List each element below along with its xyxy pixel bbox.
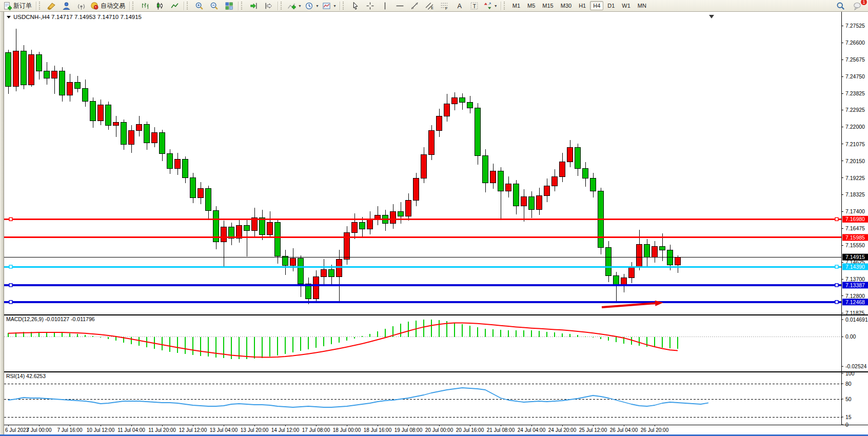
periods-button[interactable]: ▼ (303, 0, 321, 11)
svg-text:11 Jul 20:00: 11 Jul 20:00 (148, 427, 176, 433)
fibonacci-button-icon: F (440, 2, 449, 10)
timeframe-button-m15[interactable]: M15 (539, 1, 556, 10)
price-badge-7.15985: 7.15985 (842, 234, 868, 241)
toolbar-grip (187, 2, 190, 10)
svg-text:7.17400: 7.17400 (845, 208, 865, 214)
tile-windows-button[interactable] (222, 0, 236, 11)
svg-text:24 Jul 04:00: 24 Jul 04:00 (518, 427, 546, 433)
horizontal-line-button-icon (396, 2, 404, 10)
chart-shift-button[interactable] (261, 0, 276, 11)
toolbar-separator (129, 2, 130, 10)
toolbar-separator (184, 2, 184, 10)
timeframe-button-h1[interactable]: H1 (576, 1, 589, 10)
new-order-button[interactable]: 新订单 (2, 0, 34, 11)
svg-text:7.20150: 7.20150 (845, 158, 865, 164)
auto-scroll-button[interactable] (246, 0, 261, 11)
svg-text:26 Jul 20:00: 26 Jul 20:00 (641, 427, 669, 433)
line-handle[interactable] (835, 217, 838, 221)
notifications-button[interactable]: 1 (850, 0, 865, 11)
svg-text:10 Jul 12:00: 10 Jul 12:00 (87, 427, 115, 433)
search-button[interactable] (833, 0, 848, 11)
arrows-button-icon (483, 2, 492, 10)
zoom-out-button[interactable] (207, 0, 222, 11)
toolbar-separator (238, 2, 239, 10)
timeframe-button-m1[interactable]: M1 (509, 1, 523, 10)
community-button[interactable] (59, 0, 74, 11)
chart-area[interactable]: 7.275257.266007.256757.247507.238257.229… (4, 12, 868, 434)
svg-text:18 Jul 16:00: 18 Jul 16:00 (364, 427, 392, 433)
timeframe-button-w1[interactable]: W1 (619, 1, 634, 10)
timeframe-button-d1[interactable]: D1 (604, 1, 618, 10)
horizontal-line-button[interactable] (392, 0, 407, 11)
line-handle[interactable] (835, 284, 838, 287)
styles-button[interactable] (44, 0, 59, 11)
text-label-button-icon: T (470, 2, 479, 10)
timeframe-button-m5[interactable]: M5 (524, 1, 538, 10)
svg-text:T: T (472, 3, 476, 9)
text-button-icon: A (455, 2, 464, 10)
svg-text:20 Jul 16:00: 20 Jul 16:00 (456, 427, 484, 433)
toolbar-grip (241, 2, 244, 10)
timeframe-button-h4[interactable]: H4 (590, 1, 603, 10)
vertical-line-button[interactable] (378, 0, 392, 11)
text-button[interactable]: A (452, 0, 467, 11)
notification-badge: 1 (860, 0, 867, 6)
line-handle[interactable] (9, 284, 12, 287)
svg-text:7.13387: 7.13387 (845, 282, 865, 288)
candlestick-chart-button[interactable] (152, 0, 167, 11)
svg-text:25 Jul 12:00: 25 Jul 12:00 (579, 427, 607, 433)
indicators-button-icon (287, 2, 296, 10)
svg-text:13 Jul 20:00: 13 Jul 20:00 (241, 427, 269, 433)
line-handle[interactable] (835, 301, 838, 304)
arrows-button[interactable]: ▼ (482, 0, 499, 11)
svg-text:7.15985: 7.15985 (845, 234, 865, 241)
crosshair-button[interactable] (363, 0, 378, 11)
macd-label: MACD(12,26,9) -0.010127 -0.011796 (6, 316, 95, 322)
toolbar-grip (343, 2, 346, 10)
svg-text:7.14390: 7.14390 (845, 264, 865, 270)
macd-panel[interactable] (4, 315, 868, 371)
svg-text:50: 50 (845, 396, 852, 402)
search-icon (836, 2, 845, 10)
svg-text:13 Jul 04:00: 13 Jul 04:00 (210, 427, 238, 433)
svg-text:12 Jul 12:00: 12 Jul 12:00 (179, 427, 207, 433)
styles-button-icon (47, 2, 56, 10)
svg-text:F: F (445, 7, 447, 10)
zoom-in-button[interactable] (192, 0, 207, 11)
price-badge-7.12468: 7.12468 (842, 299, 868, 305)
price-badge-7.14915: 7.14915 (842, 254, 868, 261)
svg-text:7.16475: 7.16475 (845, 225, 865, 231)
bar-chart-button[interactable] (137, 0, 152, 11)
channel-button-icon: E (425, 2, 434, 10)
channel-button[interactable]: E (422, 0, 437, 11)
svg-text:7.15550: 7.15550 (845, 242, 865, 248)
autotrade-button[interactable]: 自动交易 (89, 0, 128, 11)
line-chart-button-icon (170, 2, 179, 10)
fibonacci-button[interactable]: F (437, 0, 452, 11)
line-chart-button[interactable] (167, 0, 182, 11)
svg-text:20 Jul 00:00: 20 Jul 00:00 (425, 427, 453, 433)
svg-text:7 Jul 00:00: 7 Jul 00:00 (27, 427, 52, 433)
new-order-button-icon (3, 2, 12, 10)
templates-button[interactable]: ▼ (321, 0, 338, 11)
timeframe-button-mn[interactable]: MN (635, 1, 649, 10)
toolbar-grip (281, 2, 284, 10)
line-handle[interactable] (9, 301, 12, 304)
main-chart-panel[interactable] (4, 12, 868, 314)
line-handle[interactable] (9, 265, 12, 268)
chevron-down-icon: ▼ (315, 4, 319, 8)
cursor-button[interactable] (348, 0, 363, 11)
chevron-down-icon: ▼ (494, 4, 498, 8)
cursor-button-icon (351, 2, 360, 10)
signals-button[interactable] (74, 0, 89, 11)
text-label-button[interactable]: T (467, 0, 482, 11)
line-handle[interactable] (9, 217, 12, 221)
svg-text:-0.02524: -0.02524 (845, 363, 867, 369)
trendline-button[interactable] (407, 0, 422, 11)
svg-text:7.22925: 7.22925 (845, 107, 865, 113)
toolbar-separator (340, 2, 340, 10)
line-handle[interactable] (835, 265, 838, 268)
rsi-label: RSI(14) 42.6253 (6, 373, 46, 379)
indicators-button[interactable]: ▼ (286, 0, 303, 11)
timeframe-button-m30[interactable]: M30 (558, 1, 575, 10)
